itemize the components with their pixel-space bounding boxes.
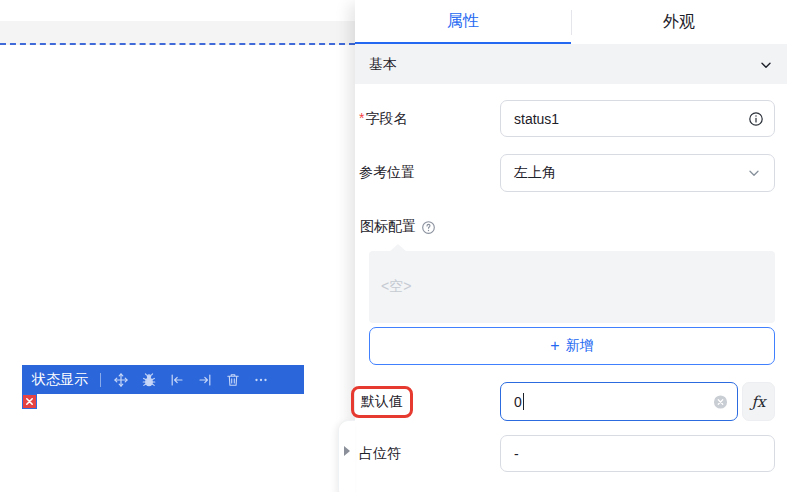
icon-config-empty-panel: <空> <box>369 251 775 323</box>
panel-tabs: 属性 外观 <box>355 0 787 45</box>
bar-arrow-right-icon[interactable] <box>191 365 219 394</box>
debug-icon[interactable] <box>135 365 163 394</box>
more-icon[interactable] <box>247 365 275 394</box>
icon-config-panel-wrap: <空> <box>369 251 775 323</box>
info-icon[interactable] <box>748 111 764 127</box>
add-icon-button[interactable]: + 新增 <box>369 327 775 365</box>
icon-config-label: 图标配置 <box>360 218 416 236</box>
trash-icon[interactable] <box>219 365 247 394</box>
default-value-text: 0 <box>514 394 522 410</box>
chevron-down-icon <box>759 58 773 72</box>
fx-expression-button[interactable]: ƒx <box>742 382 775 421</box>
annotation-highlight-ring: 默认值 <box>351 386 413 418</box>
toolbar-divider <box>100 373 101 387</box>
row-field-name: *字段名 <box>359 100 775 137</box>
ref-position-select[interactable]: 左上角 <box>500 154 775 192</box>
collapse-arrow-icon <box>344 446 350 456</box>
panel-body: *字段名 参考位置 左上角 <box>355 84 787 472</box>
row-placeholder: 占位符 <box>359 435 775 472</box>
empty-placeholder-text: <空> <box>381 278 411 296</box>
move-icon[interactable] <box>107 365 135 394</box>
default-value-label-wrap: 默认值 <box>359 393 500 411</box>
row-default-value: 默认值 0 ƒx <box>359 382 775 421</box>
design-canvas[interactable]: 状态显示 <box>0 0 355 492</box>
fx-icon: ƒx <box>751 393 765 411</box>
text-caret <box>523 393 525 410</box>
ref-position-label: 参考位置 <box>359 164 500 182</box>
panel-notch <box>389 244 407 252</box>
default-value-input[interactable]: 0 <box>500 382 738 421</box>
drop-indicator-strip <box>0 21 355 45</box>
add-button-label: 新增 <box>566 337 594 355</box>
chevron-down-icon <box>747 166 761 180</box>
field-name-label: *字段名 <box>359 110 500 128</box>
tab-appearance[interactable]: 外观 <box>571 0 787 44</box>
placeholder-input[interactable] <box>500 435 775 472</box>
panel-collapse-handle[interactable] <box>338 420 355 492</box>
component-selection-toolbar: 状态显示 <box>22 365 304 394</box>
status-display-component[interactable] <box>22 394 37 409</box>
tabs-divider <box>571 10 572 35</box>
placeholder-label: 占位符 <box>359 445 500 463</box>
plus-icon: + <box>550 338 559 354</box>
section-title: 基本 <box>369 56 397 74</box>
help-icon[interactable] <box>421 220 436 235</box>
component-title: 状态显示 <box>32 371 88 389</box>
row-ref-position: 参考位置 左上角 <box>359 154 775 192</box>
field-name-input[interactable] <box>500 100 775 137</box>
clear-icon[interactable] <box>713 394 728 409</box>
tab-properties[interactable]: 属性 <box>355 0 571 44</box>
ref-position-value: 左上角 <box>514 164 556 182</box>
required-asterisk: * <box>359 110 364 126</box>
bar-arrow-left-icon[interactable] <box>163 365 191 394</box>
properties-panel: 属性 外观 基本 *字段名 <box>355 0 787 492</box>
icon-config-label-row: 图标配置 <box>359 218 775 236</box>
error-x-icon <box>25 397 34 406</box>
default-value-label: 默认值 <box>361 393 403 409</box>
section-header-basic[interactable]: 基本 <box>355 45 787 84</box>
